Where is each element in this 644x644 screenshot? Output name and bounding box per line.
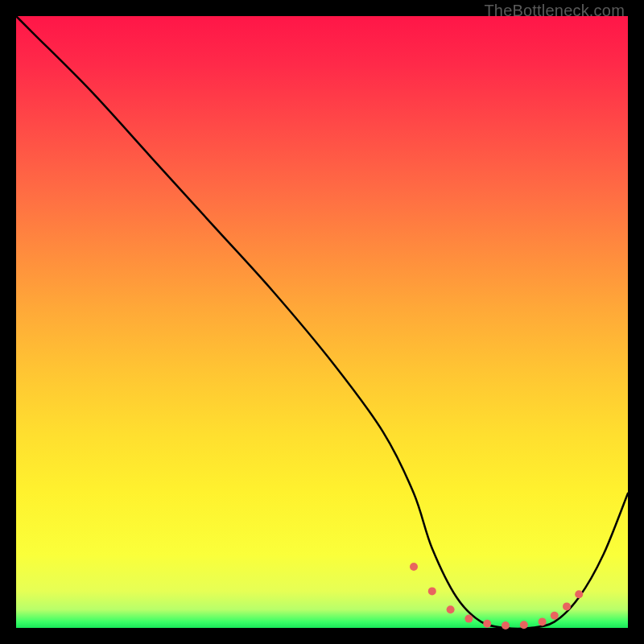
chart-svg [16, 16, 628, 628]
marker-dot [520, 621, 528, 629]
marker-dot [483, 620, 491, 628]
marker-dot [563, 602, 571, 610]
marker-dot [551, 612, 559, 620]
marker-dot [575, 590, 583, 598]
marker-dot [502, 621, 510, 630]
marker-dot [447, 605, 455, 613]
marker-dot [428, 587, 436, 595]
chart-frame: TheBottleneck.com [0, 0, 644, 644]
bottleneck-curve [16, 16, 628, 629]
marker-dot [539, 617, 547, 625]
marker-dot [464, 615, 473, 623]
marker-dot [410, 563, 418, 571]
watermark-text: TheBottleneck.com [484, 2, 625, 20]
